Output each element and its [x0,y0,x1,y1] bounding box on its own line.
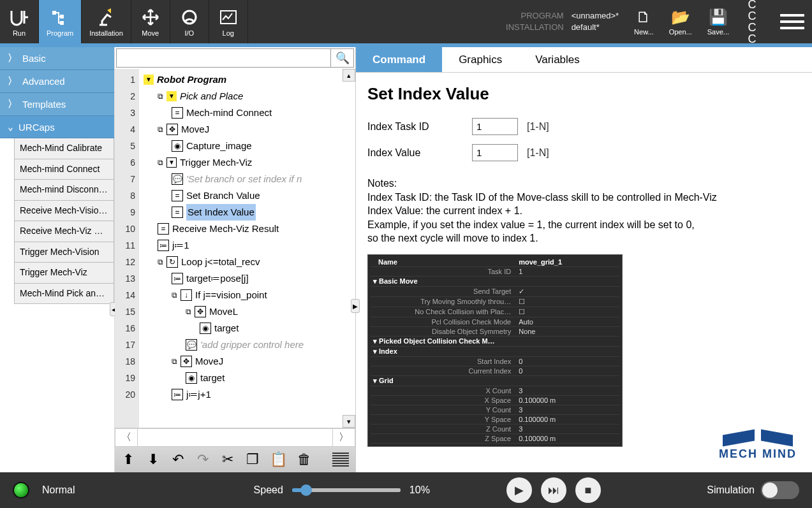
svg-marker-3 [107,8,111,13]
tree-row[interactable]: ⧉↓If j==vision_point [139,287,355,303]
tree-row[interactable]: =Mech-mind Connect [139,105,355,121]
log-chart-icon [217,7,240,27]
tab-io[interactable]: I/O [170,0,209,43]
tree-row[interactable]: =Set Branch Value [139,187,355,204]
search-button[interactable]: 🔍 [330,49,353,67]
program-info: PROGRAM INSTALLATION <unnamed>* default* [506,10,619,33]
node-icon: ◉ [200,323,211,334]
btn-label: New... [634,28,654,36]
open-button[interactable]: 📂Open... [669,8,692,36]
delete-button[interactable]: 🗑 [297,451,312,468]
tree-row[interactable]: ⧉✥MoveJ [139,121,355,138]
tab-run[interactable]: Run [0,0,39,43]
node-label: If j==vision_point [195,287,267,303]
play-button[interactable]: ▶ [506,477,532,503]
tab-installation[interactable]: Installation [82,0,131,43]
move-up-button[interactable]: ⬆ [121,451,136,468]
redo-button[interactable]: ↷ [196,451,210,468]
tree-row[interactable]: ⧉✥MoveL [139,303,355,320]
robot-arm-icon [94,7,117,27]
tree-row[interactable]: ⧉▼Trigger Mech-Viz [139,154,355,171]
pin-icon: ⧉ [172,353,177,370]
top-bar: Run Program Installation Move I/O Log PR… [0,0,812,43]
tree-row[interactable]: ≔j≔j+1 [139,386,355,403]
scroll-up-button[interactable]: ▴ [343,69,355,82]
index-value-input[interactable] [472,144,518,161]
tab-move[interactable]: Move [131,0,170,43]
tree-row[interactable]: =Set Index Value [139,204,355,221]
node-icon: 💬 [172,173,183,185]
speed-slider[interactable] [292,488,401,492]
zoom-button[interactable] [332,453,349,467]
speed-label: Speed [254,484,283,496]
tree-row[interactable]: 💬'add gripper control here [139,337,355,353]
detail-panel: Command Graphics Variables Set Index Val… [356,47,812,472]
stop-button[interactable]: ■ [575,477,601,503]
search-bar: 🔍 [116,48,354,68]
urcap-item[interactable]: Mech-mind Connect [14,159,114,180]
installation-value: default* [572,22,619,33]
node-icon: ◉ [186,372,197,384]
nav-spacer [138,428,332,447]
sidebar-cat-basic[interactable]: 〉Basic [0,47,114,70]
expand-icon[interactable]: ▼ [144,75,154,85]
tab-variables[interactable]: Variables [519,47,596,72]
tree-row[interactable]: ⧉✥MoveJ [139,353,355,370]
index-task-id-input[interactable] [472,118,518,135]
pin-icon: ⧉ [158,88,163,105]
cc-indicator: C C C C [744,0,760,45]
sidebar-cat-urcaps[interactable]: ⌄URCaps [0,116,114,138]
tree-row[interactable]: ≔j≔1 [139,237,355,254]
sidebar-cat-advanced[interactable]: 〉Advanced [0,70,114,93]
search-input[interactable] [117,49,330,67]
node-icon: ↻ [166,256,178,268]
tree-row[interactable]: ◉target [139,320,355,337]
paste-button[interactable]: 📋 [270,451,287,468]
urcap-item[interactable]: Mech-Mind Pick and P… [14,284,114,305]
simulation-toggle[interactable] [761,481,799,499]
chevron-right-icon: 〉 [8,75,17,87]
expand-icon[interactable]: ▼ [166,157,177,168]
next-button[interactable]: 〉 [332,428,355,447]
menu-hamburger-icon[interactable] [780,14,804,29]
tree-row[interactable]: ⧉▼Pick and Place [139,88,355,105]
tree-splitter[interactable]: ▶ [351,299,360,313]
node-label: 'Set branch or set index if n [186,171,302,187]
step-button[interactable]: ⏭ [541,477,566,503]
expand-icon[interactable]: ▼ [166,91,177,101]
move-down-button[interactable]: ⬇ [146,451,161,468]
cut-button[interactable]: ✂ [220,451,235,468]
program-value: <unnamed>* [572,10,619,22]
urcap-item[interactable]: Receive Mech-Viz R… [14,221,114,242]
save-button[interactable]: 💾Save... [707,8,729,36]
tree-row[interactable]: ◉target [139,370,355,386]
btn-label: Save... [707,28,729,36]
new-button[interactable]: 🗋New... [634,8,654,36]
undo-button[interactable]: ↶ [171,451,186,468]
chevron-right-icon: 〉 [8,98,17,110]
urcap-item[interactable]: Mech-mind Disconnect [14,180,114,201]
tree-row[interactable]: ◉Capture_image [139,138,355,154]
scroll-down-button[interactable]: ▾ [343,415,355,428]
prev-button[interactable]: 〈 [115,428,138,447]
tree-row[interactable]: ≔target≔pose[j] [139,270,355,287]
tree-row[interactable]: 💬'Set branch or set index if n [139,171,355,187]
tab-program[interactable]: Program [39,0,82,43]
tree-row[interactable]: =Receive Mech-Viz Result [139,221,355,237]
urcap-item[interactable]: Trigger Mech-Vision [14,242,114,263]
tab-graphics[interactable]: Graphics [442,47,519,72]
sidebar-cat-templates[interactable]: 〉Templates [0,93,114,116]
folder-open-icon: 📂 [671,8,690,26]
urcap-item[interactable]: Mech-Mind Calibrate [14,138,114,159]
tab-log[interactable]: Log [209,0,248,43]
copy-button[interactable]: ❐ [245,451,260,468]
tree-row[interactable]: ▼Robot Program [139,71,355,88]
tab-label: Installation [89,29,123,37]
tab-command[interactable]: Command [356,47,442,72]
urcap-item[interactable]: Trigger Mech-Viz [14,263,114,284]
urcaps-items: Mech-Mind Calibrate Mech-mind Connect Me… [0,138,114,304]
simulation-label: Simulation [707,484,755,496]
urcap-item[interactable]: Receive Mech-Visio… [14,201,114,222]
node-label: target≔pose[j] [186,270,249,287]
tree-row[interactable]: ⧉↻Loop j<=total_recv [139,254,355,270]
